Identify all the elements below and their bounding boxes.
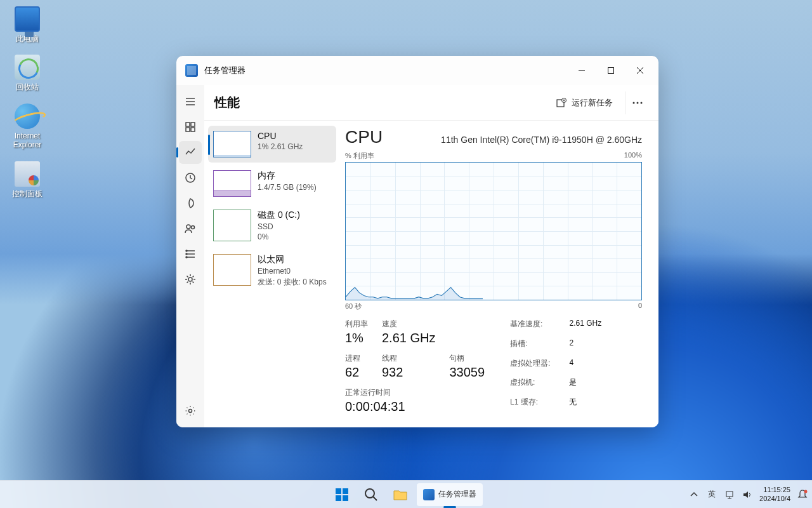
cpu-thumbnail xyxy=(213,131,251,157)
svg-point-38 xyxy=(804,490,808,493)
svg-rect-30 xyxy=(343,488,348,494)
start-button[interactable] xyxy=(329,482,355,507)
desktop-icons: 此电脑 回收站 Internet Explorer 控制面板 xyxy=(5,6,49,198)
stat-value: 无 xyxy=(569,397,601,414)
disk-thumbnail xyxy=(213,210,251,241)
nav-settings[interactable] xyxy=(179,399,202,422)
search-icon xyxy=(363,487,379,502)
svg-point-13 xyxy=(192,226,195,229)
tray-notifications[interactable] xyxy=(797,489,808,500)
desktop-icon-label: Internet Explorer xyxy=(5,131,49,150)
taskbar-app-label: 任务管理器 xyxy=(438,489,476,500)
folder-icon xyxy=(393,487,408,502)
resource-list: CPU 1% 2.61 GHz 内存 1.4/7.5 GB (19%) xyxy=(204,121,339,427)
tray-volume[interactable] xyxy=(742,489,753,500)
svg-rect-9 xyxy=(186,128,190,131)
desktop-icon-recycle-bin[interactable]: 回收站 xyxy=(5,55,49,91)
desktop-icon-label: 回收站 xyxy=(5,83,49,91)
stat-label: 线程 xyxy=(382,353,435,364)
graph-xlabel-right: 0 xyxy=(638,302,642,311)
resource-sub: Ethernet0 xyxy=(258,267,327,276)
stat-value: 是 xyxy=(569,377,601,394)
task-manager-window: 任务管理器 xyxy=(176,56,658,427)
svg-rect-1 xyxy=(608,68,614,74)
nav-processes[interactable] xyxy=(179,116,202,138)
nav-services[interactable] xyxy=(179,268,202,291)
svg-point-19 xyxy=(186,257,187,258)
cpu-line-chart xyxy=(346,163,483,300)
nav-details[interactable] xyxy=(179,243,202,265)
file-explorer-button[interactable] xyxy=(388,482,413,507)
nav-rail xyxy=(176,85,204,427)
more-button[interactable] xyxy=(625,91,648,114)
cpu-model: 11th Gen Intel(R) Core(TM) i9-11950H @ 2… xyxy=(393,135,642,145)
taskbar-app-task-manager[interactable]: 任务管理器 xyxy=(417,483,483,506)
svg-rect-10 xyxy=(191,128,195,131)
minimize-button[interactable] xyxy=(567,59,596,82)
stat-label: 进程 xyxy=(345,353,368,364)
svg-rect-31 xyxy=(336,495,341,501)
desktop-icon-this-pc[interactable]: 此电脑 xyxy=(5,6,49,43)
ie-icon xyxy=(15,104,40,129)
stat-value: 2 xyxy=(569,338,601,356)
hamburger-button[interactable] xyxy=(179,90,202,113)
close-button[interactable] xyxy=(625,59,655,82)
memory-thumbnail xyxy=(213,170,251,197)
tray-clock[interactable]: 11:15:25 2024/10/4 xyxy=(759,486,790,502)
tray-network[interactable] xyxy=(724,489,735,500)
svg-point-17 xyxy=(186,250,187,251)
resource-ethernet[interactable]: 以太网 Ethernet0 发送: 0 接收: 0 Kbps xyxy=(208,249,336,293)
nav-users[interactable] xyxy=(179,217,202,240)
search-button[interactable] xyxy=(358,482,384,507)
stat-value: 1% xyxy=(345,331,368,345)
cpu-detail-pane: CPU 11th Gen Intel(R) Core(TM) i9-11950H… xyxy=(339,121,658,427)
svg-point-21 xyxy=(189,410,192,413)
resource-memory[interactable]: 内存 1.4/7.5 GB (19%) xyxy=(208,165,336,202)
desktop-icon-label: 控制面板 xyxy=(5,189,49,198)
nav-app-history[interactable] xyxy=(179,166,202,189)
stat-label: 虚拟处理器: xyxy=(510,358,550,375)
nav-startup[interactable] xyxy=(179,192,202,215)
detail-title: CPU xyxy=(345,127,383,147)
window-title: 任务管理器 xyxy=(204,65,246,76)
svg-point-33 xyxy=(365,489,374,498)
task-manager-icon xyxy=(423,489,435,500)
stat-label: 插槽: xyxy=(510,338,550,356)
run-icon xyxy=(556,98,566,108)
desktop-icon-internet-explorer[interactable]: Internet Explorer xyxy=(5,104,49,150)
taskbar: 任务管理器 英 11:15:25 2024/10/4 xyxy=(0,480,812,508)
stat-value: 932 xyxy=(382,365,435,380)
resource-cpu[interactable]: CPU 1% 2.61 GHz xyxy=(208,126,336,163)
nav-performance[interactable] xyxy=(179,141,202,164)
resource-name: 内存 xyxy=(258,170,317,182)
tray-chevron-up[interactable] xyxy=(688,489,700,500)
cpu-utilization-graph[interactable] xyxy=(345,162,642,300)
titlebar[interactable]: 任务管理器 xyxy=(176,56,658,85)
tray-ime[interactable]: 英 xyxy=(706,489,717,500)
recycle-bin-icon xyxy=(15,55,40,80)
pc-icon xyxy=(15,6,40,32)
page-header: 性能 运行新任务 xyxy=(204,85,658,121)
windows-icon xyxy=(334,487,350,502)
resource-disk[interactable]: 磁盘 0 (C:) SSD 0% xyxy=(208,204,336,246)
resource-sub: 发送: 0 接收: 0 Kbps xyxy=(258,277,327,288)
svg-rect-35 xyxy=(726,491,733,497)
stat-label: 句柄 xyxy=(449,353,485,364)
desktop-icon-control-panel[interactable]: 控制面板 xyxy=(5,161,49,198)
new-task-label: 运行新任务 xyxy=(572,97,613,109)
svg-rect-7 xyxy=(186,123,190,126)
graph-ylabel: % 利用率 xyxy=(345,151,374,161)
stat-label: 正常运行时间 xyxy=(345,387,485,398)
resource-name: 以太网 xyxy=(258,254,327,265)
stats-primary: 利用率1% 速度2.61 GHz 进程62 线程932 句柄33059 正常运行… xyxy=(345,319,485,414)
svg-rect-8 xyxy=(191,123,195,126)
stat-value: 0:00:04:31 xyxy=(345,399,485,414)
resource-sub: 1.4/7.5 GB (19%) xyxy=(258,183,317,192)
control-panel-icon xyxy=(15,161,40,187)
graph-xlabel-left: 60 秒 xyxy=(345,302,362,311)
stat-label: 基准速度: xyxy=(510,319,550,336)
ellipsis-icon xyxy=(632,102,643,104)
new-task-button[interactable]: 运行新任务 xyxy=(549,93,620,112)
stat-label: L1 缓存: xyxy=(510,397,550,414)
maximize-button[interactable] xyxy=(596,59,625,82)
